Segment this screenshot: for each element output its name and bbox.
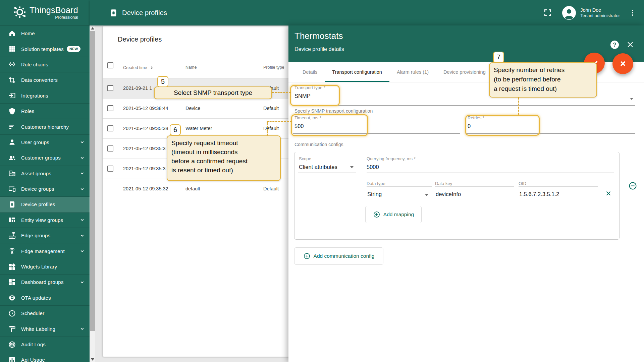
row-checkbox[interactable] bbox=[107, 145, 113, 152]
sidebar-item-roles[interactable]: Roles bbox=[0, 104, 90, 119]
chevron-down-icon[interactable] bbox=[79, 248, 86, 254]
chevron-down-icon[interactable] bbox=[79, 325, 86, 332]
column-created-time[interactable]: Created time bbox=[123, 65, 154, 70]
sidebar-item-label: Edge management bbox=[21, 248, 65, 254]
tab-alarm-rules-1-[interactable]: Alarm rules (1) bbox=[389, 62, 436, 82]
table-row[interactable]: 2021-05-12 09:35:32defaultDefault bbox=[103, 179, 297, 199]
add-mapping-button[interactable]: Add mapping bbox=[365, 206, 422, 223]
close-panel-icon[interactable] bbox=[626, 41, 634, 49]
sidebar-item-customer-groups[interactable]: Customer groups bbox=[0, 150, 90, 166]
scope-select[interactable]: Scope Client attributes bbox=[299, 156, 337, 170]
scope-select-arrow-icon[interactable] bbox=[350, 166, 354, 168]
sidebar-item-label: Scheduler bbox=[21, 310, 44, 316]
thingsboard-logo-icon bbox=[11, 5, 27, 20]
panel-title: Thermostats bbox=[294, 31, 343, 41]
add-circle-icon bbox=[373, 211, 380, 218]
data-key-value[interactable]: deviceInfo bbox=[436, 191, 461, 197]
tab-transport-configuration[interactable]: Transport configuration bbox=[325, 62, 389, 82]
row-checkbox[interactable] bbox=[107, 125, 113, 131]
user-info[interactable]: John Doe Tenant administrator bbox=[580, 7, 620, 18]
row-checkbox[interactable] bbox=[107, 105, 113, 111]
sidebar-item-home[interactable]: Home bbox=[0, 26, 90, 41]
scroll-down-arrow-icon[interactable] bbox=[90, 357, 95, 362]
data-type-label: Data type bbox=[367, 181, 385, 186]
tab-device-provisioning[interactable]: Device provisioning bbox=[436, 62, 493, 82]
chevron-down-icon[interactable] bbox=[79, 232, 86, 239]
sidebar-item-customers-hierarchy[interactable]: Customers hierarchy bbox=[0, 119, 90, 134]
transport-select-arrow-icon[interactable] bbox=[630, 98, 633, 100]
select-all-checkbox[interactable] bbox=[107, 62, 113, 68]
help-icon[interactable]: ? bbox=[610, 41, 619, 49]
data-key-label: Data key bbox=[435, 181, 452, 186]
scrollbar-thumb[interactable] bbox=[90, 31, 95, 331]
data-type-header-line bbox=[367, 186, 432, 187]
remove-mapping-icon[interactable] bbox=[605, 190, 612, 197]
data-key-header-line bbox=[435, 186, 514, 187]
column-name[interactable]: Name bbox=[185, 65, 197, 70]
sidebar-item-widgets-library[interactable]: Widgets Library bbox=[0, 259, 90, 275]
sidebar-item-asset-groups[interactable]: Asset groups bbox=[0, 166, 90, 181]
sidebar-item-data-converters[interactable]: Data converters bbox=[0, 72, 90, 88]
user-role: Tenant administrator bbox=[580, 13, 620, 18]
chevron-down-icon[interactable] bbox=[79, 170, 86, 177]
data-type-select-arrow-icon[interactable] bbox=[425, 194, 428, 196]
sidebar-item-integrations[interactable]: Integrations bbox=[0, 88, 90, 104]
sidebar-item-audit-logs[interactable]: Audit Logs bbox=[0, 337, 90, 352]
chevron-down-icon[interactable] bbox=[79, 155, 86, 161]
chevron-down-icon[interactable] bbox=[79, 186, 86, 192]
connector-callout-6-vertical bbox=[267, 121, 268, 136]
table-row[interactable]: 2021-05-12 09:38:44DeviceDefault bbox=[103, 99, 297, 119]
oid-label: OID bbox=[519, 181, 526, 186]
sidebar-scrollbar[interactable] bbox=[90, 25, 95, 362]
more-menu-icon[interactable] bbox=[629, 9, 637, 17]
highlight-retries bbox=[465, 115, 540, 136]
avatar[interactable] bbox=[562, 6, 576, 20]
rule-chains-icon bbox=[8, 60, 16, 68]
sidebar-item-white-labeling[interactable]: White Labeling bbox=[0, 321, 90, 337]
sidebar-item-edge-management[interactable]: Edge management bbox=[0, 243, 90, 259]
scroll-up-arrow-icon[interactable] bbox=[90, 25, 95, 31]
sidebar-item-entity-view-groups[interactable]: Entity view groups bbox=[0, 213, 90, 228]
sidebar-item-api-usage[interactable]: Api Usage bbox=[0, 352, 90, 362]
sidebar-item-solution-templates[interactable]: Solution templatesNEW bbox=[0, 41, 90, 57]
antenna-icon bbox=[8, 247, 16, 255]
add-communication-config-button[interactable]: Add communication config bbox=[294, 247, 383, 265]
sidebar-item-scheduler[interactable]: Scheduler bbox=[0, 306, 90, 321]
column-profile-type[interactable]: Profile type bbox=[263, 65, 284, 70]
sidebar-item-device-profiles[interactable]: Device profiles bbox=[0, 197, 90, 212]
querying-frequency-value: 5000 bbox=[367, 164, 416, 170]
sidebar-item-dashboard-groups[interactable]: Dashboard groups bbox=[0, 275, 90, 290]
chevron-down-icon[interactable] bbox=[79, 139, 86, 145]
remove-config-icon[interactable] bbox=[628, 181, 637, 190]
router-icon bbox=[8, 232, 16, 240]
row-checkbox[interactable] bbox=[107, 166, 113, 172]
paint-roller-icon bbox=[8, 325, 16, 333]
oid-value[interactable]: 1.5.6.7.2.3.5.1.2 bbox=[519, 191, 559, 197]
sidebar-item-user-groups[interactable]: User groups bbox=[0, 135, 90, 150]
querying-frequency-underline bbox=[367, 173, 614, 173]
sidebar-item-label: Device profiles bbox=[21, 201, 55, 207]
callout-7: Specify number of retries (to be perform… bbox=[489, 62, 597, 98]
device-profile-icon bbox=[8, 200, 16, 208]
data-type-value[interactable]: String bbox=[367, 191, 382, 197]
fullscreen-icon[interactable] bbox=[543, 8, 552, 17]
chevron-down-icon[interactable] bbox=[79, 217, 86, 223]
row-checkbox[interactable] bbox=[107, 85, 113, 91]
transform-icon bbox=[8, 76, 16, 84]
sidebar-item-ota-updates[interactable]: OTA updates bbox=[0, 290, 90, 306]
tab-details[interactable]: Details bbox=[295, 62, 325, 82]
brand-logo[interactable]: ThingsBoard Professional bbox=[0, 0, 90, 25]
scope-underline bbox=[298, 173, 356, 173]
sidebar-item-device-groups[interactable]: Device groups bbox=[0, 181, 90, 197]
sidebar-item-label: Widgets Library bbox=[21, 264, 57, 269]
querying-frequency-field[interactable]: Querying frequency, ms * 5000 bbox=[367, 156, 416, 170]
data-key-underline bbox=[435, 200, 514, 200]
building-icon bbox=[8, 169, 16, 177]
sidebar-item-rule-chains[interactable]: Rule chains bbox=[0, 57, 90, 72]
sidebar-item-edge-groups[interactable]: Edge groups bbox=[0, 228, 90, 243]
callout-5: Select SNMP transport type bbox=[154, 86, 272, 99]
chevron-down-icon[interactable] bbox=[79, 279, 86, 286]
sidebar-item-label: Customer groups bbox=[21, 155, 61, 161]
discard-changes-fab[interactable] bbox=[612, 53, 633, 74]
highlight-transport-type bbox=[290, 85, 340, 106]
